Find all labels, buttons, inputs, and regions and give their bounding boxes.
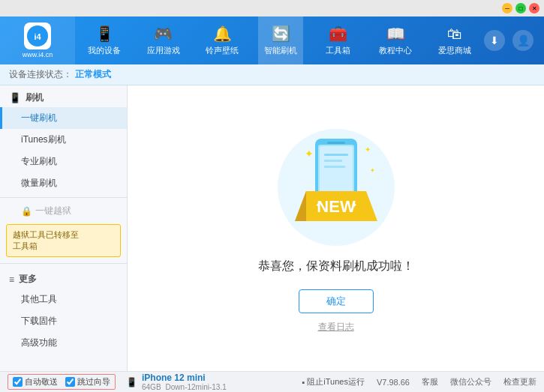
service-link[interactable]: 客服 bbox=[422, 376, 438, 388]
stop-itunes-icon: ▪ bbox=[302, 378, 305, 387]
content-area: ✦ ✦ ✦ NEW ✦ ✦ 恭喜您，保资料刷机成功啦！ 确定 查看日志 bbox=[128, 85, 544, 371]
download-button[interactable]: ⬇ bbox=[484, 30, 505, 51]
logo-icon: i4 bbox=[24, 22, 51, 49]
device-details: iPhone 12 mini 64GB Down-12mini-13.1 bbox=[142, 373, 227, 391]
toolbox-icon: 🧰 bbox=[329, 25, 347, 43]
apps-games-label: 应用游戏 bbox=[147, 45, 180, 56]
device-model: Down-12mini-13.1 bbox=[166, 383, 227, 391]
smart-flash-label: 智能刷机 bbox=[264, 45, 297, 56]
toolbox-label: 工具箱 bbox=[326, 45, 350, 56]
svg-text:✦: ✦ bbox=[370, 167, 375, 174]
disabled-jailbreak-label: 一键越狱 bbox=[35, 205, 71, 217]
success-message: 恭喜您，保资料刷机成功啦！ bbox=[258, 259, 414, 274]
sidebar-item-other-tools[interactable]: 其他工具 bbox=[0, 289, 127, 310]
sidebar-item-one-click-flash[interactable]: 一键刷机 bbox=[0, 107, 127, 129]
svg-rect-10 bbox=[324, 166, 345, 168]
svg-text:i4: i4 bbox=[34, 32, 41, 41]
mall-icon: 🛍 bbox=[447, 25, 462, 43]
auto-send-check[interactable]: 自动敬送 bbox=[13, 376, 58, 388]
sidebar-item-pro-flash[interactable]: 专业刷机 bbox=[0, 151, 127, 172]
nav-item-smart-flash[interactable]: 🔄 智能刷机 bbox=[258, 16, 303, 64]
sidebar-section-flash: 📱 刷机 bbox=[0, 85, 127, 107]
header: i4 www.i4.cn 📱 我的设备 🎮 应用游戏 🔔 铃声壁纸 🔄 智能刷机… bbox=[0, 16, 544, 64]
nav-item-mall[interactable]: 🛍 爱思商城 bbox=[432, 16, 477, 64]
sidebar-item-brush-flash[interactable]: 微量刷机 bbox=[0, 172, 127, 194]
titlebar: ─ □ ✕ bbox=[0, 0, 544, 16]
device-info: 📱 iPhone 12 mini 64GB Down-12mini-13.1 bbox=[126, 373, 227, 391]
svg-text:✦: ✦ bbox=[351, 201, 357, 209]
skip-wizard-checkbox[interactable] bbox=[65, 377, 75, 387]
svg-text:NEW: NEW bbox=[317, 197, 356, 216]
svg-rect-7 bbox=[327, 142, 345, 144]
user-button[interactable]: 👤 bbox=[512, 30, 533, 51]
smart-flash-icon: 🔄 bbox=[272, 25, 290, 43]
nav-item-my-device[interactable]: 📱 我的设备 bbox=[82, 16, 127, 64]
jailbreak-info-box: 越狱工具已转移至 工具箱 bbox=[6, 224, 121, 257]
nav-items: 📱 我的设备 🎮 应用游戏 🔔 铃声壁纸 🔄 智能刷机 🧰 工具箱 📖 教程中心… bbox=[75, 16, 484, 64]
version-text: V7.98.66 bbox=[377, 378, 410, 387]
sidebar-item-itunes-flash[interactable]: iTunes刷机 bbox=[0, 129, 127, 151]
confirm-button[interactable]: 确定 bbox=[299, 289, 374, 313]
stop-itunes-label: 阻止iTunes运行 bbox=[307, 376, 365, 388]
flash-section-icon: 📱 bbox=[9, 92, 21, 103]
auto-send-checkbox[interactable] bbox=[13, 377, 23, 387]
stop-itunes[interactable]: ▪ 阻止iTunes运行 bbox=[302, 376, 365, 388]
logo-area[interactable]: i4 www.i4.cn bbox=[0, 16, 75, 64]
device-phone-icon: 📱 bbox=[126, 377, 137, 388]
sidebar-item-download-firmware[interactable]: 下载固件 bbox=[0, 310, 127, 332]
sidebar-divider-1 bbox=[0, 197, 127, 198]
bottombar: 自动敬送 跳过向导 📱 iPhone 12 mini 64GB Down-12m… bbox=[0, 371, 544, 392]
nav-item-ringtones[interactable]: 🔔 铃声壁纸 bbox=[200, 16, 245, 64]
later-link[interactable]: 查看日志 bbox=[318, 321, 354, 334]
nav-item-tutorials[interactable]: 📖 教程中心 bbox=[373, 16, 418, 64]
skip-wizard-label: 跳过向导 bbox=[77, 376, 110, 388]
success-illustration: ✦ ✦ ✦ NEW ✦ ✦ bbox=[261, 124, 411, 259]
sidebar-section-more: ≡ 更多 bbox=[0, 267, 127, 289]
bottom-right: ▪ 阻止iTunes运行 V7.98.66 客服 微信公众号 检查更新 bbox=[302, 376, 536, 388]
mall-label: 爱思商城 bbox=[438, 45, 471, 56]
svg-rect-8 bbox=[324, 154, 348, 156]
device-storage: 64GB bbox=[142, 383, 161, 391]
main-content: 📱 刷机 一键刷机 iTunes刷机 专业刷机 微量刷机 🔒 一键越狱 越狱工具… bbox=[0, 85, 544, 371]
sidebar: 📱 刷机 一键刷机 iTunes刷机 专业刷机 微量刷机 🔒 一键越狱 越狱工具… bbox=[0, 85, 128, 371]
svg-text:✦: ✦ bbox=[315, 201, 321, 209]
ringtones-icon: 🔔 bbox=[213, 25, 232, 43]
nav-item-toolbox[interactable]: 🧰 工具箱 bbox=[317, 16, 359, 64]
lock-icon: 🔒 bbox=[21, 206, 32, 217]
close-button[interactable]: ✕ bbox=[529, 3, 539, 13]
sidebar-item-advanced[interactable]: 高级功能 bbox=[0, 332, 127, 354]
status-value: 正常模式 bbox=[75, 68, 111, 81]
flash-section-title: 刷机 bbox=[26, 91, 44, 104]
svg-rect-9 bbox=[324, 160, 342, 162]
checkbox-group: 自动敬送 跳过向导 bbox=[8, 374, 116, 390]
bottom-check-area: 自动敬送 跳过向导 📱 iPhone 12 mini 64GB Down-12m… bbox=[8, 373, 294, 391]
ringtones-label: 铃声壁纸 bbox=[206, 45, 239, 56]
minimize-button[interactable]: ─ bbox=[502, 3, 512, 13]
apps-games-icon: 🎮 bbox=[154, 25, 173, 43]
auto-send-label: 自动敬送 bbox=[25, 376, 58, 388]
svg-text:✦: ✦ bbox=[365, 145, 371, 154]
device-name: iPhone 12 mini bbox=[142, 373, 227, 383]
sidebar-disabled-jailbreak: 🔒 一键越狱 bbox=[0, 201, 127, 221]
tutorials-icon: 📖 bbox=[386, 25, 405, 43]
maximize-button[interactable]: □ bbox=[515, 3, 526, 13]
nav-item-apps-games[interactable]: 🎮 应用游戏 bbox=[141, 16, 186, 64]
wechat-link[interactable]: 微信公众号 bbox=[450, 376, 491, 388]
header-actions: ⬇ 👤 bbox=[484, 30, 544, 51]
sidebar-divider-2 bbox=[0, 263, 127, 264]
status-label: 设备连接状态： bbox=[9, 68, 72, 81]
update-link[interactable]: 检查更新 bbox=[503, 376, 536, 388]
more-section-icon: ≡ bbox=[9, 274, 14, 285]
my-device-icon: 📱 bbox=[95, 25, 114, 43]
svg-text:✦: ✦ bbox=[305, 148, 314, 160]
skip-wizard-check[interactable]: 跳过向导 bbox=[65, 376, 110, 388]
my-device-label: 我的设备 bbox=[88, 45, 121, 56]
logo-text: www.i4.cn bbox=[23, 51, 53, 58]
tutorials-label: 教程中心 bbox=[379, 45, 412, 56]
more-section-title: 更多 bbox=[19, 273, 37, 286]
statusbar: 设备连接状态： 正常模式 bbox=[0, 64, 544, 85]
